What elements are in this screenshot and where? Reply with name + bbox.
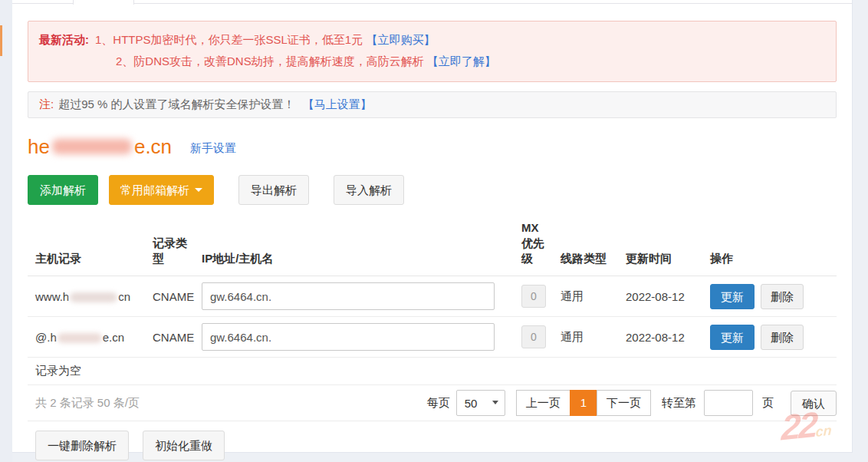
value-cell (202, 276, 521, 317)
updated-cell: 2022-08-12 (626, 276, 710, 317)
redacted-text (58, 333, 102, 343)
delete-button[interactable]: 删除 (761, 325, 804, 350)
table-row: @.he.cn CNAME 通用 2022-08-12 更新删除 (28, 317, 837, 358)
per-page-select-wrap: 50 (456, 390, 505, 416)
note-text: 超过95 % 的人设置了域名解析安全保护设置！ (58, 97, 294, 111)
reset-records-button[interactable]: 初始化重做 (143, 431, 225, 460)
confirm-page-button[interactable]: 确认 (791, 391, 837, 416)
goto-page-label: 转至第 (662, 396, 696, 411)
toolbar: 添加解析 常用邮箱解析 导出解析 导入解析 (28, 175, 837, 205)
bulk-actions: 一键删除解析 初始化重做 (35, 431, 837, 460)
host-cell: @.he.cn (28, 317, 153, 358)
header-host: 主机记录 (28, 211, 153, 276)
pagination-controls: 每页 50 上一页 1 下一页 转至第 页 确认 (421, 390, 837, 416)
next-page-button[interactable]: 下一页 (597, 390, 651, 416)
promo-notice-box: 最新活动:1、HTTPS加密时代，你只差一张SSL证书，低至1元 【立即购买】 … (28, 21, 837, 82)
host-cell: www.hcn (28, 276, 153, 317)
learn-more-link[interactable]: 【立即了解】 (427, 54, 496, 68)
mx-cell (521, 317, 561, 358)
chevron-down-icon (195, 188, 202, 192)
dns-records-table: 主机记录 记录类型 IP地址/主机名 MX优先级 线路类型 更新时间 操作 ww… (28, 211, 837, 385)
tab-bar (12, 0, 852, 4)
prev-page-button[interactable]: 上一页 (516, 390, 570, 416)
type-cell: CNAME (153, 276, 202, 317)
header-mx: MX优先级 (521, 211, 561, 276)
domain-header: hee.cn 新手设置 (28, 134, 837, 160)
security-note-box: 注:超过95 % 的人设置了域名解析安全保护设置！ 【马上设置】 (28, 91, 837, 118)
record-value-input[interactable] (202, 323, 495, 351)
updated-cell: 2022-08-12 (626, 317, 710, 358)
mx-priority-input (521, 285, 546, 308)
delete-all-records-button[interactable]: 一键删除解析 (35, 431, 129, 460)
record-value-input[interactable] (202, 282, 495, 310)
header-type: 记录类型 (153, 211, 202, 276)
update-button[interactable]: 更新 (710, 325, 755, 350)
header-actions: 操作 (710, 211, 837, 276)
promo-line-1: 最新活动:1、HTTPS加密时代，你只差一张SSL证书，低至1元 【立即购买】 (39, 30, 825, 50)
value-cell (202, 317, 521, 358)
promo-text-2: 2、防DNS攻击，改善DNS劫持，提高解析速度，高防云解析 (116, 54, 424, 68)
update-button[interactable]: 更新 (710, 284, 755, 309)
header-ip: IP地址/主机名 (202, 211, 521, 276)
redacted-text (70, 292, 117, 302)
record-count-summary: 共 2 条记录 50 条/页 (35, 396, 140, 411)
type-cell: CNAME (153, 317, 202, 358)
mx-cell (521, 276, 561, 317)
line-cell: 通用 (561, 317, 626, 358)
newbie-settings-link[interactable]: 新手设置 (190, 141, 236, 160)
main-panel: 最新活动:1、HTTPS加密时代，你只差一张SSL证书，低至1元 【立即购买】 … (12, 0, 853, 453)
pager-button-group: 上一页 1 下一页 (516, 390, 651, 416)
actions-cell: 更新删除 (710, 276, 837, 317)
note-label: 注: (39, 97, 54, 111)
goto-page-unit: 页 (762, 396, 774, 411)
current-page-button[interactable]: 1 (570, 390, 597, 416)
left-sidebar-strip (0, 0, 12, 462)
table-header-row: 主机记录 记录类型 IP地址/主机名 MX优先级 线路类型 更新时间 操作 (28, 211, 837, 276)
mx-priority-input (521, 325, 546, 348)
per-page-label: 每页 (427, 396, 450, 411)
line-cell: 通用 (561, 276, 626, 317)
import-records-button[interactable]: 导入解析 (334, 175, 404, 205)
header-updated: 更新时间 (626, 211, 710, 276)
redacted-text (52, 139, 132, 154)
domain-name: hee.cn (28, 134, 172, 160)
promo-text-1: 1、HTTPS加密时代，你只差一张SSL证书，低至1元 (95, 33, 363, 46)
table-row: www.hcn CNAME 通用 2022-08-12 更新删除 (28, 276, 837, 317)
empty-state-row: 记录为空 (28, 358, 837, 385)
mail-presets-dropdown-button[interactable]: 常用邮箱解析 (109, 175, 214, 205)
empty-state-text: 记录为空 (28, 358, 837, 385)
delete-button[interactable]: 删除 (761, 284, 804, 309)
active-tab[interactable] (73, 0, 134, 5)
header-line: 线路类型 (561, 211, 626, 276)
sidebar-accent-bar (0, 25, 2, 56)
goto-page-input[interactable] (704, 390, 753, 416)
actions-cell: 更新删除 (710, 317, 837, 358)
promo-label: 最新活动: (39, 33, 89, 46)
pagination-bar: 共 2 条记录 50 条/页 每页 50 上一页 1 下一页 转至第 页 确认 (28, 385, 837, 421)
promo-line-2: 2、防DNS攻击，改善DNS劫持，提高解析速度，高防云解析 【立即了解】 (39, 51, 825, 71)
buy-now-link[interactable]: 【立即购买】 (366, 33, 435, 46)
add-record-button[interactable]: 添加解析 (28, 175, 98, 205)
setup-now-link[interactable]: 【马上设置】 (303, 97, 372, 111)
export-records-button[interactable]: 导出解析 (238, 175, 309, 205)
per-page-select[interactable]: 50 (456, 390, 505, 416)
